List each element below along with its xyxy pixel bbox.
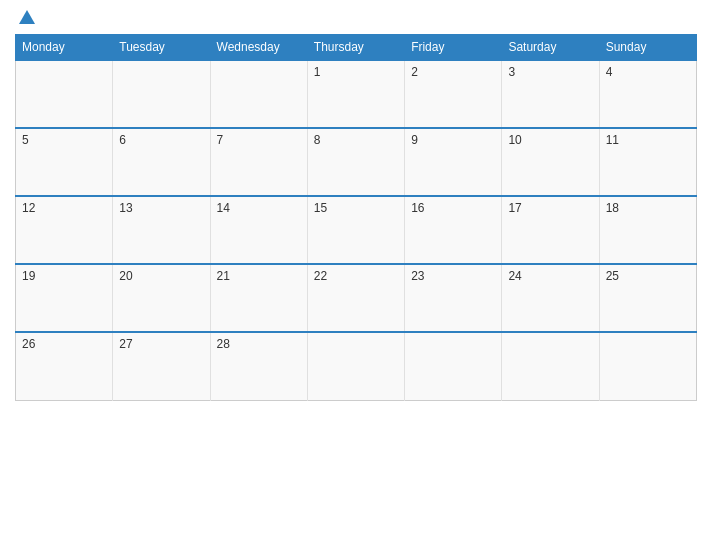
- day-cell-12: 12: [16, 196, 113, 264]
- day-cell-22: 22: [307, 264, 404, 332]
- day-cell-21: 21: [210, 264, 307, 332]
- weekday-tuesday: Tuesday: [113, 35, 210, 61]
- day-cell-28: 28: [210, 332, 307, 400]
- day-number: 2: [411, 65, 418, 79]
- calendar-thead: MondayTuesdayWednesdayThursdayFridaySatu…: [16, 35, 697, 61]
- week-row-4: 19202122232425: [16, 264, 697, 332]
- week-row-1: 1234: [16, 60, 697, 128]
- week-row-3: 12131415161718: [16, 196, 697, 264]
- day-number: 13: [119, 201, 132, 215]
- day-number: 27: [119, 337, 132, 351]
- day-number: 11: [606, 133, 619, 147]
- day-number: 9: [411, 133, 418, 147]
- day-number: 22: [314, 269, 327, 283]
- day-cell-8: 8: [307, 128, 404, 196]
- day-cell-3: 3: [502, 60, 599, 128]
- day-cell-25: 25: [599, 264, 696, 332]
- day-number: 20: [119, 269, 132, 283]
- day-number: 16: [411, 201, 424, 215]
- day-number: 25: [606, 269, 619, 283]
- day-number: 18: [606, 201, 619, 215]
- day-number: 7: [217, 133, 224, 147]
- calendar-header: [15, 10, 697, 26]
- day-cell-23: 23: [405, 264, 502, 332]
- day-number: 6: [119, 133, 126, 147]
- day-number: 17: [508, 201, 521, 215]
- day-number: 5: [22, 133, 29, 147]
- day-number: 10: [508, 133, 521, 147]
- day-number: 21: [217, 269, 230, 283]
- day-number: 24: [508, 269, 521, 283]
- day-number: 23: [411, 269, 424, 283]
- empty-cell: [405, 332, 502, 400]
- day-cell-4: 4: [599, 60, 696, 128]
- weekday-thursday: Thursday: [307, 35, 404, 61]
- day-cell-10: 10: [502, 128, 599, 196]
- day-cell-26: 26: [16, 332, 113, 400]
- empty-cell: [210, 60, 307, 128]
- day-cell-6: 6: [113, 128, 210, 196]
- day-cell-14: 14: [210, 196, 307, 264]
- day-cell-7: 7: [210, 128, 307, 196]
- day-cell-15: 15: [307, 196, 404, 264]
- empty-cell: [113, 60, 210, 128]
- logo: [15, 10, 35, 26]
- day-number: 15: [314, 201, 327, 215]
- week-row-2: 567891011: [16, 128, 697, 196]
- weekday-header-row: MondayTuesdayWednesdayThursdayFridaySatu…: [16, 35, 697, 61]
- day-number: 3: [508, 65, 515, 79]
- day-number: 1: [314, 65, 321, 79]
- day-number: 12: [22, 201, 35, 215]
- week-row-5: 262728: [16, 332, 697, 400]
- day-number: 26: [22, 337, 35, 351]
- weekday-wednesday: Wednesday: [210, 35, 307, 61]
- empty-cell: [502, 332, 599, 400]
- day-cell-11: 11: [599, 128, 696, 196]
- weekday-saturday: Saturday: [502, 35, 599, 61]
- day-number: 28: [217, 337, 230, 351]
- day-cell-18: 18: [599, 196, 696, 264]
- day-cell-5: 5: [16, 128, 113, 196]
- calendar-container: MondayTuesdayWednesdayThursdayFridaySatu…: [0, 0, 712, 550]
- day-number: 19: [22, 269, 35, 283]
- day-cell-27: 27: [113, 332, 210, 400]
- day-number: 8: [314, 133, 321, 147]
- day-cell-1: 1: [307, 60, 404, 128]
- calendar-table: MondayTuesdayWednesdayThursdayFridaySatu…: [15, 34, 697, 401]
- day-cell-16: 16: [405, 196, 502, 264]
- day-cell-13: 13: [113, 196, 210, 264]
- day-cell-9: 9: [405, 128, 502, 196]
- day-cell-17: 17: [502, 196, 599, 264]
- weekday-sunday: Sunday: [599, 35, 696, 61]
- empty-cell: [16, 60, 113, 128]
- day-number: 4: [606, 65, 613, 79]
- day-cell-2: 2: [405, 60, 502, 128]
- day-cell-24: 24: [502, 264, 599, 332]
- empty-cell: [307, 332, 404, 400]
- weekday-friday: Friday: [405, 35, 502, 61]
- empty-cell: [599, 332, 696, 400]
- day-number: 14: [217, 201, 230, 215]
- weekday-monday: Monday: [16, 35, 113, 61]
- day-cell-20: 20: [113, 264, 210, 332]
- day-cell-19: 19: [16, 264, 113, 332]
- logo-triangle-icon: [19, 10, 35, 24]
- calendar-tbody: 1234567891011121314151617181920212223242…: [16, 60, 697, 400]
